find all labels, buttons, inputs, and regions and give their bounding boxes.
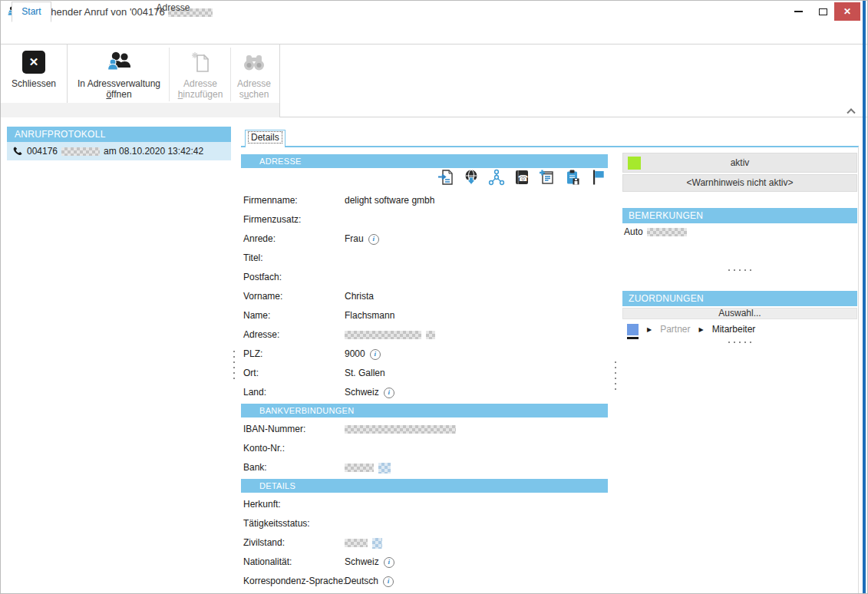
redacted-iban (345, 425, 456, 434)
field-row: Postfach: (241, 268, 608, 287)
call-log-entry[interactable]: 004176 am 08.10.2020 13:42:42 (7, 142, 231, 160)
relations-icon[interactable] (487, 167, 507, 187)
warnhinweis-label: <Warnhinweis nicht aktiv> (687, 177, 794, 188)
add-address-label: Adresse hinzufügen (178, 78, 223, 100)
status-label: aktiv (731, 157, 750, 168)
call-log-header: ANRUFPROTOKOLL (7, 127, 231, 142)
warnhinweis-bar[interactable]: <Warnhinweis nicht aktiv> (622, 174, 857, 192)
tab-start[interactable]: Start (12, 2, 51, 22)
schliessen-label: Schliessen (12, 78, 56, 89)
collapse-ribbon-button[interactable] (842, 104, 860, 117)
app-window: Eingehender Anruf von '004176 ✕ Start ✕ … (0, 0, 868, 594)
ribbon-group-captions (1, 103, 279, 117)
redacted-street (345, 331, 421, 339)
assignment-color-square (627, 324, 639, 335)
open-address-label: In Adressverwaltung öffnen (78, 78, 160, 100)
left-splitter-handle[interactable] (233, 351, 235, 379)
info-icon[interactable]: i (384, 557, 394, 568)
chevron-up-icon (847, 108, 855, 117)
group-divider (279, 45, 280, 117)
flag-icon[interactable] (588, 167, 608, 187)
call-number: 004176 (27, 146, 58, 157)
details-section-header: DETAILS (241, 479, 608, 493)
auswahl-button[interactable]: Auswahl... (622, 308, 857, 319)
info-icon[interactable]: i (383, 576, 394, 587)
info-icon[interactable]: i (368, 234, 379, 245)
redacted-zivilstand-icon (372, 538, 382, 549)
field-row: Land: Schweiz i (241, 383, 608, 402)
status-indicator (628, 157, 641, 170)
close-dialog-icon: ✕ (22, 51, 45, 74)
field-row: Korrespondenz-Sprache: Deutsch i (241, 572, 608, 591)
arrow-right-icon: ▶ (647, 326, 652, 333)
people-group-icon (106, 48, 132, 76)
field-row: Tätigkeitsstatus: (241, 514, 608, 533)
call-log-panel: ANRUFPROTOKOLL 004176 am 08.10.2020 13:4… (7, 127, 231, 160)
binoculars-icon (241, 48, 267, 76)
field-row: Vorname: Christa (241, 287, 608, 306)
maximize-button[interactable] (811, 1, 834, 22)
redacted-street-no (426, 331, 435, 339)
redacted-zivilstand (345, 539, 368, 547)
redacted-bank-icon (378, 463, 391, 474)
assignments-resize-handle[interactable] (728, 342, 751, 343)
field-row: Firmenzusatz: (241, 210, 608, 229)
field-row: Anrede: Frau i (241, 229, 608, 249)
info-icon[interactable]: i (384, 388, 394, 398)
ribbon-tab-row (1, 24, 867, 45)
field-row: Bank: (241, 458, 608, 477)
call-timestamp: am 08.10.2020 13:42:42 (104, 146, 203, 157)
field-row: Adresse: (241, 325, 608, 345)
tab-details[interactable]: Details (245, 130, 285, 147)
close-icon: ✕ (843, 6, 851, 17)
phone-handset-icon (12, 146, 23, 157)
minimize-button[interactable] (785, 1, 811, 22)
remarks-text: Auto (624, 225, 687, 239)
field-row: Titel: (241, 249, 608, 268)
remarks-section-header: BEMERKUNGEN (622, 208, 857, 223)
window-accent-border (863, 1, 866, 594)
address-toolbar: ☎ (241, 167, 608, 187)
bank-section-header: BANKVERBINDUNGEN (241, 404, 608, 417)
group-adresse-caption: Adresse (67, 1, 279, 15)
assignment-child[interactable]: Mitarbeiter (712, 324, 756, 335)
open-address-management-button[interactable]: In Adressverwaltung öffnen (70, 47, 168, 103)
status-active-bar[interactable]: aktiv (622, 153, 857, 173)
globe-download-icon[interactable] (461, 167, 481, 187)
field-row: Zivilstand: (241, 533, 608, 553)
right-splitter-handle[interactable] (615, 361, 616, 390)
clipboard-save-icon[interactable] (563, 167, 583, 187)
redacted-bank (345, 464, 374, 472)
import-document-icon[interactable] (436, 167, 456, 187)
field-row: PLZ: 9000 i (241, 345, 608, 364)
assignment-selection-bar (627, 337, 639, 339)
maximize-icon (819, 8, 827, 15)
search-address-label: Adresse suchen (237, 78, 271, 100)
button-divider (169, 48, 170, 101)
redacted-remark (647, 228, 687, 236)
field-row: Firmenname: delight software gmbh (241, 191, 608, 210)
field-row: Nationalität: Schweiz i (241, 553, 608, 572)
assignments-section-header: ZUORDNUNGEN (622, 291, 857, 306)
field-row: Name: Flachsmann (241, 306, 608, 325)
phone-book-icon[interactable]: ☎ (512, 167, 532, 187)
schliessen-button[interactable]: ✕ Schliessen (7, 47, 61, 103)
field-row: Ort: St. Gallen (241, 364, 608, 383)
new-document-icon (189, 48, 212, 76)
field-row: Konto-Nr.: (241, 439, 608, 458)
field-row: Herkunft: (241, 495, 608, 514)
assignment-parent[interactable]: Partner (660, 324, 690, 335)
minimize-icon (794, 11, 803, 12)
remarks-resize-handle[interactable] (728, 269, 751, 271)
assignment-row[interactable]: ▶ Partner ▶ Mitarbeiter (627, 322, 755, 336)
svg-text:☎: ☎ (518, 173, 529, 183)
redacted-call-number (61, 147, 100, 156)
content-right-border (858, 147, 859, 594)
search-address-button[interactable]: Adresse suchen (231, 47, 277, 103)
tab-underline (241, 146, 859, 147)
field-row: IBAN-Nummer: (241, 420, 608, 439)
add-address-button[interactable]: Adresse hinzufügen (171, 47, 229, 103)
info-icon[interactable]: i (370, 349, 381, 360)
close-button[interactable]: ✕ (834, 2, 860, 21)
note-add-icon[interactable] (537, 167, 557, 187)
